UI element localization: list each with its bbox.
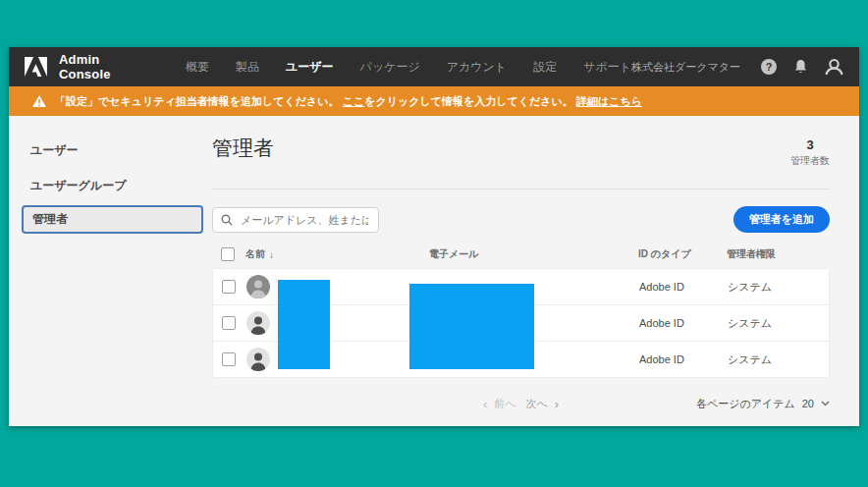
select-all-checkbox[interactable] — [221, 247, 235, 261]
nav-settings[interactable]: 設定 — [533, 59, 557, 76]
items-per-page-select[interactable]: 各ページのアイテム 20 — [696, 394, 830, 413]
column-header-id-type: ID のタイプ — [638, 247, 727, 261]
cell-role: システム — [728, 316, 829, 331]
cell-id-type: Adobe ID — [639, 281, 728, 293]
top-navigation-bar: Admin Console 概要 製品 ユーザー パッケージ アカウント 設定 … — [9, 47, 859, 86]
sidebar: ユーザー ユーザーグループ 管理者 — [9, 116, 212, 426]
pagination-next[interactable]: 次へ › — [526, 397, 560, 411]
nav-overview[interactable]: 概要 — [186, 59, 209, 76]
redacted-names-overlay — [278, 280, 330, 369]
page-title: 管理者 — [212, 135, 274, 160]
security-warning-banner: 「設定」でセキュリティ担当者情報を追加してください。 ここをクリックして情報を入… — [9, 86, 859, 116]
title-divider — [212, 189, 830, 189]
cell-role: システム — [728, 280, 829, 295]
admin-console-window: Admin Console 概要 製品 ユーザー パッケージ アカウント 設定 … — [9, 47, 859, 426]
cell-role: システム — [728, 352, 829, 367]
nav-support[interactable]: サポート — [583, 59, 631, 76]
banner-link-here[interactable]: ここ — [343, 95, 365, 107]
admin-search[interactable] — [212, 207, 379, 233]
sidebar-item-user-groups[interactable]: ユーザーグループ — [9, 168, 212, 203]
pagination-previous[interactable]: ‹ 前へ — [483, 397, 516, 411]
column-header-name[interactable]: 名前 — [245, 247, 265, 261]
nav-account[interactable]: アカウント — [447, 59, 507, 76]
items-per-page-value: 20 — [802, 398, 814, 409]
warning-triangle-icon — [32, 95, 46, 107]
search-input[interactable] — [239, 213, 370, 227]
admin-count-value: 3 — [790, 137, 830, 152]
banner-text-before: 「設定」でセキュリティ担当者情報を追加してください。 — [55, 95, 340, 107]
app-title: Admin Console — [59, 52, 125, 81]
adobe-logo-icon — [25, 57, 47, 77]
table-header-row: 名前 ↓ 電子メール ID のタイプ 管理者権限 — [212, 241, 830, 268]
user-avatar-icon — [246, 348, 270, 371]
next-label: 次へ — [526, 397, 548, 411]
nav-products[interactable]: 製品 — [236, 59, 259, 76]
sidebar-item-users[interactable]: ユーザー — [9, 133, 212, 168]
nav-users[interactable]: ユーザー — [286, 59, 334, 76]
sort-descending-icon[interactable]: ↓ — [269, 249, 274, 260]
user-avatar-icon — [246, 311, 270, 335]
main-nav: 概要 製品 ユーザー パッケージ アカウント 設定 サポート — [186, 59, 631, 76]
row-checkbox[interactable] — [222, 280, 236, 294]
sidebar-item-administrators[interactable]: 管理者 — [22, 205, 203, 234]
search-icon — [221, 214, 233, 226]
banner-text: 「設定」でセキュリティ担当者情報を追加してください。 ここをクリックして情報を入… — [55, 94, 642, 109]
admin-count-label: 管理者数 — [790, 154, 830, 168]
account-avatar-icon[interactable] — [825, 58, 843, 76]
admins-table: 名前 ↓ 電子メール ID のタイプ 管理者権限 — [212, 241, 830, 378]
help-icon[interactable]: ? — [761, 59, 777, 75]
chevron-down-icon — [821, 401, 830, 406]
row-checkbox[interactable] — [222, 352, 236, 366]
cell-id-type: Adobe ID — [639, 317, 728, 329]
organization-name: 株式会社ダークマター — [631, 60, 740, 75]
previous-label: 前へ — [494, 397, 515, 411]
pagination-bar: ‹ 前へ 次へ › 各ページのアイテム 20 — [212, 394, 830, 413]
banner-link-details[interactable]: 詳細はこちら — [576, 95, 642, 107]
redacted-emails-overlay — [409, 284, 534, 369]
column-header-email: 電子メール — [429, 247, 638, 261]
chevron-right-icon: › — [555, 398, 559, 410]
banner-text-middle: をクリックして情報を入力してください。 — [364, 95, 573, 107]
column-header-role: 管理者権限 — [727, 247, 830, 261]
user-avatar-icon — [246, 275, 270, 298]
admin-count: 3 管理者数 — [790, 135, 830, 168]
items-per-page-label: 各ページのアイテム — [696, 397, 795, 411]
cell-id-type: Adobe ID — [639, 353, 728, 365]
chevron-left-icon: ‹ — [483, 398, 487, 410]
nav-packages[interactable]: パッケージ — [360, 59, 420, 76]
main-panel: 管理者 3 管理者数 管理者を追加 — [212, 116, 859, 426]
notifications-bell-icon[interactable] — [793, 59, 808, 75]
add-admin-button[interactable]: 管理者を追加 — [733, 206, 830, 233]
row-checkbox[interactable] — [222, 316, 236, 330]
